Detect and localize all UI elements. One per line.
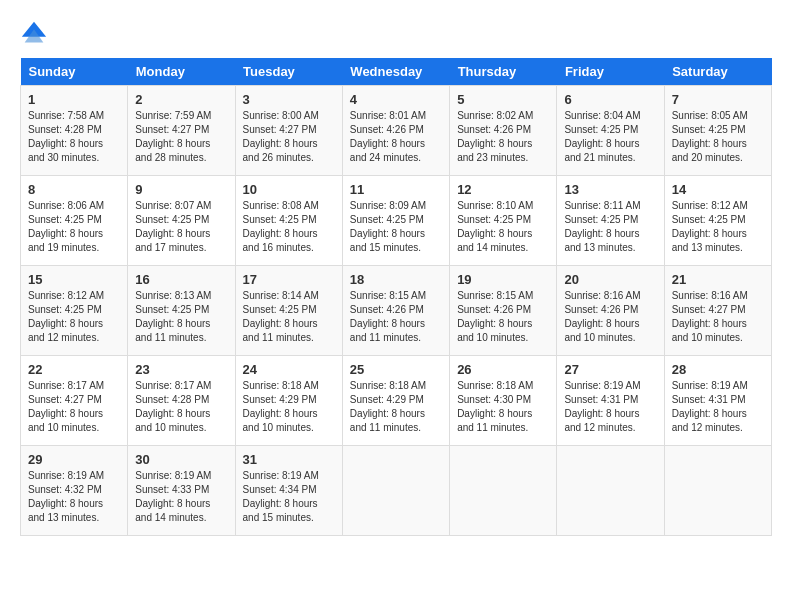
day-number: 24 <box>243 362 335 377</box>
calendar-cell: 16Sunrise: 8:13 AM Sunset: 4:25 PM Dayli… <box>128 266 235 356</box>
day-info: Sunrise: 8:18 AM Sunset: 4:29 PM Dayligh… <box>243 379 335 435</box>
day-number: 29 <box>28 452 120 467</box>
day-number: 10 <box>243 182 335 197</box>
day-number: 5 <box>457 92 549 107</box>
calendar-cell: 18Sunrise: 8:15 AM Sunset: 4:26 PM Dayli… <box>342 266 449 356</box>
calendar-cell: 2Sunrise: 7:59 AM Sunset: 4:27 PM Daylig… <box>128 86 235 176</box>
day-number: 27 <box>564 362 656 377</box>
calendar-cell: 15Sunrise: 8:12 AM Sunset: 4:25 PM Dayli… <box>21 266 128 356</box>
calendar-cell: 20Sunrise: 8:16 AM Sunset: 4:26 PM Dayli… <box>557 266 664 356</box>
calendar-cell: 17Sunrise: 8:14 AM Sunset: 4:25 PM Dayli… <box>235 266 342 356</box>
weekday-header-tuesday: Tuesday <box>235 58 342 86</box>
day-number: 23 <box>135 362 227 377</box>
day-info: Sunrise: 8:18 AM Sunset: 4:29 PM Dayligh… <box>350 379 442 435</box>
calendar-cell: 26Sunrise: 8:18 AM Sunset: 4:30 PM Dayli… <box>450 356 557 446</box>
weekday-header-sunday: Sunday <box>21 58 128 86</box>
day-info: Sunrise: 7:58 AM Sunset: 4:28 PM Dayligh… <box>28 109 120 165</box>
calendar-cell: 7Sunrise: 8:05 AM Sunset: 4:25 PM Daylig… <box>664 86 771 176</box>
day-info: Sunrise: 8:16 AM Sunset: 4:26 PM Dayligh… <box>564 289 656 345</box>
calendar-cell: 19Sunrise: 8:15 AM Sunset: 4:26 PM Dayli… <box>450 266 557 356</box>
calendar-cell: 11Sunrise: 8:09 AM Sunset: 4:25 PM Dayli… <box>342 176 449 266</box>
day-info: Sunrise: 8:19 AM Sunset: 4:33 PM Dayligh… <box>135 469 227 525</box>
day-number: 18 <box>350 272 442 287</box>
day-number: 22 <box>28 362 120 377</box>
day-number: 11 <box>350 182 442 197</box>
day-number: 12 <box>457 182 549 197</box>
day-info: Sunrise: 8:01 AM Sunset: 4:26 PM Dayligh… <box>350 109 442 165</box>
day-info: Sunrise: 8:14 AM Sunset: 4:25 PM Dayligh… <box>243 289 335 345</box>
calendar-cell <box>557 446 664 536</box>
day-info: Sunrise: 8:15 AM Sunset: 4:26 PM Dayligh… <box>350 289 442 345</box>
logo <box>20 20 52 48</box>
day-number: 30 <box>135 452 227 467</box>
weekday-header-row: SundayMondayTuesdayWednesdayThursdayFrid… <box>21 58 772 86</box>
day-number: 6 <box>564 92 656 107</box>
calendar-cell: 21Sunrise: 8:16 AM Sunset: 4:27 PM Dayli… <box>664 266 771 356</box>
day-number: 8 <box>28 182 120 197</box>
day-info: Sunrise: 8:11 AM Sunset: 4:25 PM Dayligh… <box>564 199 656 255</box>
day-info: Sunrise: 8:12 AM Sunset: 4:25 PM Dayligh… <box>672 199 764 255</box>
calendar-cell: 14Sunrise: 8:12 AM Sunset: 4:25 PM Dayli… <box>664 176 771 266</box>
calendar-cell: 30Sunrise: 8:19 AM Sunset: 4:33 PM Dayli… <box>128 446 235 536</box>
day-number: 17 <box>243 272 335 287</box>
day-number: 15 <box>28 272 120 287</box>
calendar-cell <box>450 446 557 536</box>
weekday-header-friday: Friday <box>557 58 664 86</box>
day-info: Sunrise: 8:10 AM Sunset: 4:25 PM Dayligh… <box>457 199 549 255</box>
day-info: Sunrise: 8:15 AM Sunset: 4:26 PM Dayligh… <box>457 289 549 345</box>
day-number: 28 <box>672 362 764 377</box>
day-info: Sunrise: 8:17 AM Sunset: 4:28 PM Dayligh… <box>135 379 227 435</box>
day-info: Sunrise: 8:06 AM Sunset: 4:25 PM Dayligh… <box>28 199 120 255</box>
calendar-cell: 8Sunrise: 8:06 AM Sunset: 4:25 PM Daylig… <box>21 176 128 266</box>
calendar-cell: 1Sunrise: 7:58 AM Sunset: 4:28 PM Daylig… <box>21 86 128 176</box>
calendar-cell: 28Sunrise: 8:19 AM Sunset: 4:31 PM Dayli… <box>664 356 771 446</box>
weekday-header-wednesday: Wednesday <box>342 58 449 86</box>
calendar-table: SundayMondayTuesdayWednesdayThursdayFrid… <box>20 58 772 536</box>
calendar-cell <box>342 446 449 536</box>
day-info: Sunrise: 8:08 AM Sunset: 4:25 PM Dayligh… <box>243 199 335 255</box>
week-row-2: 8Sunrise: 8:06 AM Sunset: 4:25 PM Daylig… <box>21 176 772 266</box>
day-info: Sunrise: 8:04 AM Sunset: 4:25 PM Dayligh… <box>564 109 656 165</box>
day-number: 14 <box>672 182 764 197</box>
week-row-3: 15Sunrise: 8:12 AM Sunset: 4:25 PM Dayli… <box>21 266 772 356</box>
day-number: 2 <box>135 92 227 107</box>
day-number: 3 <box>243 92 335 107</box>
calendar-cell: 22Sunrise: 8:17 AM Sunset: 4:27 PM Dayli… <box>21 356 128 446</box>
day-number: 31 <box>243 452 335 467</box>
day-info: Sunrise: 8:16 AM Sunset: 4:27 PM Dayligh… <box>672 289 764 345</box>
calendar-cell: 27Sunrise: 8:19 AM Sunset: 4:31 PM Dayli… <box>557 356 664 446</box>
calendar-cell: 25Sunrise: 8:18 AM Sunset: 4:29 PM Dayli… <box>342 356 449 446</box>
day-info: Sunrise: 8:19 AM Sunset: 4:32 PM Dayligh… <box>28 469 120 525</box>
day-info: Sunrise: 8:13 AM Sunset: 4:25 PM Dayligh… <box>135 289 227 345</box>
day-info: Sunrise: 8:19 AM Sunset: 4:31 PM Dayligh… <box>672 379 764 435</box>
calendar-cell: 6Sunrise: 8:04 AM Sunset: 4:25 PM Daylig… <box>557 86 664 176</box>
logo-icon <box>20 20 48 48</box>
calendar-cell: 4Sunrise: 8:01 AM Sunset: 4:26 PM Daylig… <box>342 86 449 176</box>
day-info: Sunrise: 8:00 AM Sunset: 4:27 PM Dayligh… <box>243 109 335 165</box>
day-number: 4 <box>350 92 442 107</box>
day-info: Sunrise: 8:19 AM Sunset: 4:34 PM Dayligh… <box>243 469 335 525</box>
day-number: 16 <box>135 272 227 287</box>
day-number: 1 <box>28 92 120 107</box>
day-number: 21 <box>672 272 764 287</box>
calendar-cell: 5Sunrise: 8:02 AM Sunset: 4:26 PM Daylig… <box>450 86 557 176</box>
calendar-cell: 23Sunrise: 8:17 AM Sunset: 4:28 PM Dayli… <box>128 356 235 446</box>
day-info: Sunrise: 8:09 AM Sunset: 4:25 PM Dayligh… <box>350 199 442 255</box>
week-row-1: 1Sunrise: 7:58 AM Sunset: 4:28 PM Daylig… <box>21 86 772 176</box>
day-number: 7 <box>672 92 764 107</box>
calendar-cell: 29Sunrise: 8:19 AM Sunset: 4:32 PM Dayli… <box>21 446 128 536</box>
day-number: 13 <box>564 182 656 197</box>
calendar-cell: 31Sunrise: 8:19 AM Sunset: 4:34 PM Dayli… <box>235 446 342 536</box>
weekday-header-monday: Monday <box>128 58 235 86</box>
day-number: 20 <box>564 272 656 287</box>
day-info: Sunrise: 8:18 AM Sunset: 4:30 PM Dayligh… <box>457 379 549 435</box>
calendar-cell: 24Sunrise: 8:18 AM Sunset: 4:29 PM Dayli… <box>235 356 342 446</box>
day-info: Sunrise: 8:19 AM Sunset: 4:31 PM Dayligh… <box>564 379 656 435</box>
day-number: 26 <box>457 362 549 377</box>
day-number: 19 <box>457 272 549 287</box>
calendar-cell: 12Sunrise: 8:10 AM Sunset: 4:25 PM Dayli… <box>450 176 557 266</box>
day-info: Sunrise: 8:05 AM Sunset: 4:25 PM Dayligh… <box>672 109 764 165</box>
calendar-cell: 10Sunrise: 8:08 AM Sunset: 4:25 PM Dayli… <box>235 176 342 266</box>
calendar-cell <box>664 446 771 536</box>
day-number: 9 <box>135 182 227 197</box>
